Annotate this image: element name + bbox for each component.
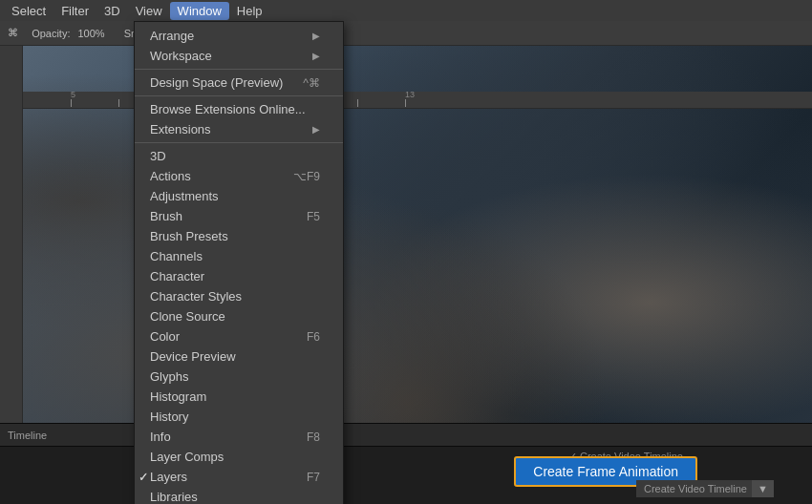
menubar: Select Filter 3D View Window Help [0, 0, 812, 21]
menu-separator [135, 69, 343, 70]
opacity-percent: 100% [77, 28, 104, 39]
tools-sidebar [0, 46, 23, 423]
timeline-header: Timeline [0, 424, 812, 447]
menu-item-clone-source[interactable]: Clone Source [135, 306, 343, 326]
shortcut-label: ^⌘ [303, 76, 320, 90]
menubar-item-filter[interactable]: Filter [53, 2, 96, 20]
menu-separator [135, 95, 343, 96]
menu-item-workspace[interactable]: Workspace ▶ [135, 46, 343, 66]
timeline-title: Timeline [8, 430, 47, 441]
menu-item-actions[interactable]: Actions ⌥F9 [135, 166, 343, 186]
menu-item-character[interactable]: Character [135, 266, 343, 286]
opacity-value: Opacity: [32, 28, 70, 39]
menu-item-character-styles[interactable]: Character Styles [135, 286, 343, 306]
menu-separator [135, 142, 343, 143]
menu-item-histogram[interactable]: Histogram [135, 387, 343, 407]
shortcut-label: F5 [307, 210, 320, 223]
menu-item-layers[interactable]: ✓ Layers F7 [135, 467, 343, 487]
menubar-item-select[interactable]: Select [4, 2, 53, 20]
menu-item-history[interactable]: History [135, 407, 343, 427]
menu-item-layer-comps[interactable]: Layer Comps [135, 447, 343, 467]
menu-item-browse-extensions[interactable]: Browse Extensions Online... [135, 99, 343, 119]
shortcut-label: ⌥F9 [293, 170, 320, 183]
menu-item-glyphs[interactable]: Glyphs [135, 367, 343, 387]
menu-item-extensions[interactable]: Extensions ▶ [135, 119, 343, 139]
menu-item-arrange[interactable]: Arrange ▶ [135, 26, 343, 46]
menu-item-3d[interactable]: 3D [135, 146, 343, 166]
arrow-icon: ▶ [312, 124, 320, 135]
menu-item-brush[interactable]: Brush F5 [135, 206, 343, 226]
create-video-timeline-button[interactable]: Create Video Timeline [636, 480, 755, 497]
opacity-label: ⌘ [8, 27, 24, 39]
menu-item-libraries[interactable]: Libraries [135, 487, 343, 504]
chevron-down-icon: ▼ [758, 483, 768, 494]
shortcut-label: F8 [307, 430, 320, 444]
menubar-item-3d[interactable]: 3D [96, 2, 128, 20]
shortcut-label: F6 [307, 330, 320, 344]
menubar-item-help[interactable]: Help [229, 2, 270, 20]
options-bar: ⌘ Opacity: 100% Smr [0, 21, 812, 46]
menu-item-info[interactable]: Info F8 [135, 427, 343, 447]
menubar-item-view[interactable]: View [128, 2, 170, 20]
menu-item-brush-presets[interactable]: Brush Presets [135, 226, 343, 246]
menu-item-color[interactable]: Color F6 [135, 326, 343, 346]
menubar-item-window[interactable]: Window [170, 2, 229, 20]
menu-item-design-space[interactable]: Design Space (Preview) ^⌘ [135, 73, 343, 93]
arrow-icon: ▶ [312, 51, 320, 61]
timeline-panel: Timeline ✓ Create Video Timeline Create … [0, 423, 812, 504]
menu-item-adjustments[interactable]: Adjustments [135, 186, 343, 206]
window-dropdown-menu: Arrange ▶ Workspace ▶ Design Space (Prev… [134, 21, 344, 504]
arrow-icon: ▶ [312, 31, 320, 41]
menu-item-channels[interactable]: Channels [135, 246, 343, 266]
shortcut-label: F7 [307, 471, 320, 484]
timeline-dropdown-arrow[interactable]: ▼ [752, 480, 774, 497]
menu-item-device-preview[interactable]: Device Preview [135, 346, 343, 367]
timeline-content: ✓ Create Video Timeline Create Frame Ani… [0, 447, 812, 504]
